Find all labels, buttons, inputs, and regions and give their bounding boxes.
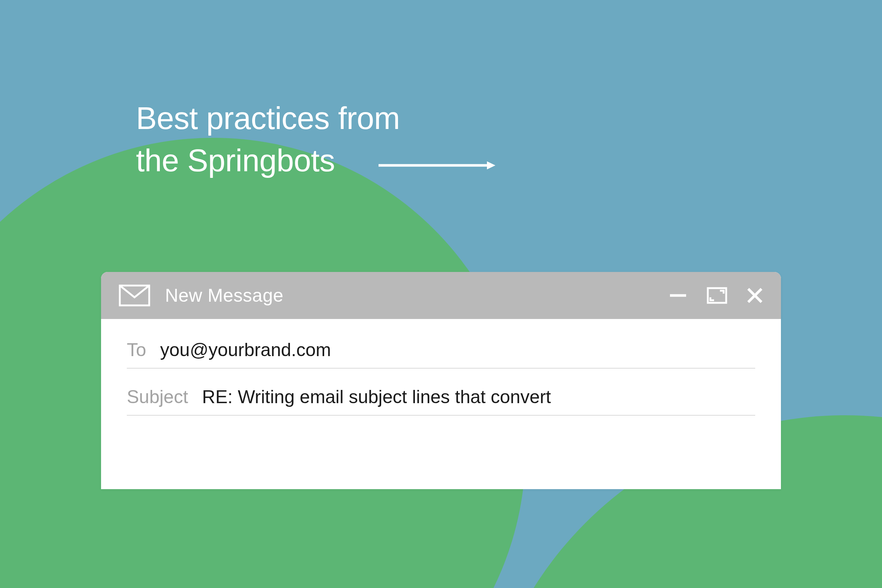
to-field-row: To (127, 339, 755, 369)
subject-field-row: Subject (127, 386, 755, 416)
headline-line-2: the Springbots (136, 140, 400, 182)
compose-header: New Message (101, 272, 781, 319)
headline-line-1: Best practices from (136, 98, 400, 140)
window-controls (669, 286, 763, 305)
headline: Best practices from the Springbots (136, 98, 400, 182)
subject-input[interactable] (202, 386, 755, 408)
svg-marker-1 (487, 161, 495, 170)
compose-window: New Message To Subject (101, 272, 781, 489)
arrow-right-icon (378, 160, 496, 171)
minimize-icon[interactable] (669, 286, 688, 305)
close-icon[interactable] (746, 287, 763, 304)
subject-label: Subject (127, 386, 188, 408)
compose-title: New Message (165, 285, 284, 306)
to-input[interactable] (160, 339, 755, 360)
expand-icon[interactable] (707, 287, 727, 304)
to-label: To (127, 339, 146, 360)
envelope-icon (119, 285, 150, 306)
compose-body: To Subject (101, 319, 781, 489)
